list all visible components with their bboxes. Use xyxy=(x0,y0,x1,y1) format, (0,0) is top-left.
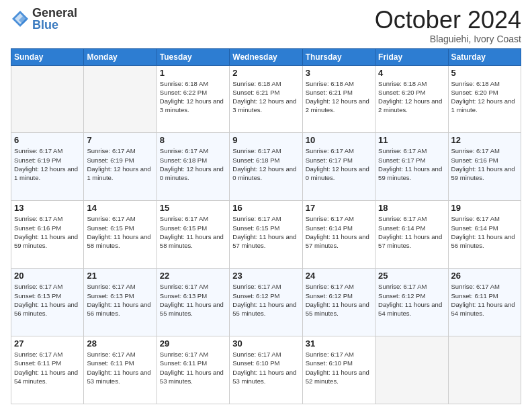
day-number: 27 xyxy=(14,338,81,349)
day-number: 12 xyxy=(451,135,518,145)
day-info: Sunrise: 6:17 AM Sunset: 6:13 PM Dayligh… xyxy=(87,282,153,318)
table-row: 4Sunrise: 6:18 AM Sunset: 6:20 PM Daylig… xyxy=(375,65,448,133)
logo-icon xyxy=(11,9,30,28)
day-number: 11 xyxy=(378,135,445,145)
logo-text: General Blue xyxy=(32,7,77,31)
day-info: Sunrise: 6:17 AM Sunset: 6:11 PM Dayligh… xyxy=(451,282,518,318)
day-number: 18 xyxy=(378,203,445,213)
day-number: 1 xyxy=(160,68,226,78)
day-info: Sunrise: 6:17 AM Sunset: 6:19 PM Dayligh… xyxy=(14,146,81,182)
calendar-week-row: 20Sunrise: 6:17 AM Sunset: 6:13 PM Dayli… xyxy=(11,269,521,336)
day-number: 2 xyxy=(232,68,299,78)
day-number: 31 xyxy=(306,338,372,349)
table-row: 19Sunrise: 6:17 AM Sunset: 6:14 PM Dayli… xyxy=(448,201,521,269)
header-tuesday: Tuesday xyxy=(157,48,229,65)
calendar-table: Sunday Monday Tuesday Wednesday Thursday… xyxy=(11,48,521,404)
day-number: 20 xyxy=(14,271,81,281)
day-info: Sunrise: 6:18 AM Sunset: 6:21 PM Dayligh… xyxy=(232,79,299,115)
day-number: 28 xyxy=(87,338,153,349)
day-info: Sunrise: 6:17 AM Sunset: 6:14 PM Dayligh… xyxy=(378,214,445,250)
day-info: Sunrise: 6:17 AM Sunset: 6:10 PM Dayligh… xyxy=(232,350,299,385)
header-friday: Friday xyxy=(375,48,448,65)
header-saturday: Saturday xyxy=(448,48,521,65)
day-info: Sunrise: 6:17 AM Sunset: 6:14 PM Dayligh… xyxy=(306,214,372,250)
table-row: 23Sunrise: 6:17 AM Sunset: 6:12 PM Dayli… xyxy=(230,269,302,336)
table-row: 30Sunrise: 6:17 AM Sunset: 6:10 PM Dayli… xyxy=(230,336,302,404)
table-row: 3Sunrise: 6:18 AM Sunset: 6:21 PM Daylig… xyxy=(302,65,375,133)
calendar-page: General Blue October 2024 Blaguiehi, Ivo… xyxy=(0,0,532,411)
day-info: Sunrise: 6:17 AM Sunset: 6:17 PM Dayligh… xyxy=(306,146,372,182)
day-info: Sunrise: 6:17 AM Sunset: 6:10 PM Dayligh… xyxy=(306,350,372,385)
table-row xyxy=(84,65,157,133)
day-number: 6 xyxy=(14,135,81,145)
location-subtitle: Blaguiehi, Ivory Coast xyxy=(375,34,521,44)
header-sunday: Sunday xyxy=(11,48,84,65)
day-info: Sunrise: 6:17 AM Sunset: 6:13 PM Dayligh… xyxy=(160,282,226,318)
day-info: Sunrise: 6:17 AM Sunset: 6:11 PM Dayligh… xyxy=(14,350,81,385)
header-wednesday: Wednesday xyxy=(230,48,302,65)
table-row: 17Sunrise: 6:17 AM Sunset: 6:14 PM Dayli… xyxy=(302,201,375,269)
month-title: October 2024 xyxy=(375,7,521,34)
table-row: 8Sunrise: 6:17 AM Sunset: 6:18 PM Daylig… xyxy=(157,133,229,201)
table-row: 25Sunrise: 6:17 AM Sunset: 6:12 PM Dayli… xyxy=(375,269,448,336)
table-row xyxy=(11,65,84,133)
day-number: 15 xyxy=(160,203,226,213)
day-number: 19 xyxy=(451,203,518,213)
day-info: Sunrise: 6:18 AM Sunset: 6:21 PM Dayligh… xyxy=(306,79,372,115)
logo-blue-text: Blue xyxy=(32,19,77,31)
table-row: 5Sunrise: 6:18 AM Sunset: 6:20 PM Daylig… xyxy=(448,65,521,133)
day-number: 4 xyxy=(378,68,445,78)
day-info: Sunrise: 6:17 AM Sunset: 6:15 PM Dayligh… xyxy=(160,214,226,250)
header-monday: Monday xyxy=(84,48,157,65)
logo-general-text: General xyxy=(32,7,77,19)
day-info: Sunrise: 6:17 AM Sunset: 6:15 PM Dayligh… xyxy=(87,214,153,250)
table-row: 7Sunrise: 6:17 AM Sunset: 6:19 PM Daylig… xyxy=(84,133,157,201)
table-row: 6Sunrise: 6:17 AM Sunset: 6:19 PM Daylig… xyxy=(11,133,84,201)
table-row: 28Sunrise: 6:17 AM Sunset: 6:11 PM Dayli… xyxy=(84,336,157,404)
table-row: 12Sunrise: 6:17 AM Sunset: 6:16 PM Dayli… xyxy=(448,133,521,201)
day-number: 26 xyxy=(451,271,518,281)
day-number: 10 xyxy=(306,135,372,145)
table-row: 21Sunrise: 6:17 AM Sunset: 6:13 PM Dayli… xyxy=(84,269,157,336)
day-info: Sunrise: 6:18 AM Sunset: 6:22 PM Dayligh… xyxy=(160,79,226,115)
day-number: 21 xyxy=(87,271,153,281)
calendar-week-row: 6Sunrise: 6:17 AM Sunset: 6:19 PM Daylig… xyxy=(11,133,521,201)
table-row: 16Sunrise: 6:17 AM Sunset: 6:15 PM Dayli… xyxy=(230,201,302,269)
logo: General Blue xyxy=(11,7,77,31)
day-info: Sunrise: 6:17 AM Sunset: 6:17 PM Dayligh… xyxy=(378,146,445,182)
day-info: Sunrise: 6:17 AM Sunset: 6:18 PM Dayligh… xyxy=(232,146,299,182)
day-info: Sunrise: 6:17 AM Sunset: 6:13 PM Dayligh… xyxy=(14,282,81,318)
day-number: 5 xyxy=(451,68,518,78)
day-number: 24 xyxy=(306,271,372,281)
day-number: 8 xyxy=(160,135,226,145)
day-info: Sunrise: 6:17 AM Sunset: 6:12 PM Dayligh… xyxy=(232,282,299,318)
day-number: 25 xyxy=(378,271,445,281)
day-info: Sunrise: 6:17 AM Sunset: 6:12 PM Dayligh… xyxy=(306,282,372,318)
day-info: Sunrise: 6:17 AM Sunset: 6:14 PM Dayligh… xyxy=(451,214,518,250)
calendar-week-row: 27Sunrise: 6:17 AM Sunset: 6:11 PM Dayli… xyxy=(11,336,521,404)
day-info: Sunrise: 6:17 AM Sunset: 6:15 PM Dayligh… xyxy=(232,214,299,250)
day-number: 7 xyxy=(87,135,153,145)
calendar-header-row: Sunday Monday Tuesday Wednesday Thursday… xyxy=(11,48,521,65)
day-number: 9 xyxy=(232,135,299,145)
day-info: Sunrise: 6:17 AM Sunset: 6:11 PM Dayligh… xyxy=(160,350,226,385)
day-number: 22 xyxy=(160,271,226,281)
title-section: October 2024 Blaguiehi, Ivory Coast xyxy=(375,7,521,44)
table-row: 22Sunrise: 6:17 AM Sunset: 6:13 PM Dayli… xyxy=(157,269,229,336)
day-number: 3 xyxy=(306,68,372,78)
day-number: 14 xyxy=(87,203,153,213)
table-row: 31Sunrise: 6:17 AM Sunset: 6:10 PM Dayli… xyxy=(302,336,375,404)
table-row: 27Sunrise: 6:17 AM Sunset: 6:11 PM Dayli… xyxy=(11,336,84,404)
table-row xyxy=(448,336,521,404)
day-number: 16 xyxy=(232,203,299,213)
top-section: General Blue October 2024 Blaguiehi, Ivo… xyxy=(11,7,521,44)
table-row: 9Sunrise: 6:17 AM Sunset: 6:18 PM Daylig… xyxy=(230,133,302,201)
calendar-week-row: 13Sunrise: 6:17 AM Sunset: 6:16 PM Dayli… xyxy=(11,201,521,269)
header-thursday: Thursday xyxy=(302,48,375,65)
day-info: Sunrise: 6:18 AM Sunset: 6:20 PM Dayligh… xyxy=(451,79,518,115)
table-row: 15Sunrise: 6:17 AM Sunset: 6:15 PM Dayli… xyxy=(157,201,229,269)
table-row: 10Sunrise: 6:17 AM Sunset: 6:17 PM Dayli… xyxy=(302,133,375,201)
day-number: 23 xyxy=(232,271,299,281)
table-row: 2Sunrise: 6:18 AM Sunset: 6:21 PM Daylig… xyxy=(230,65,302,133)
table-row: 11Sunrise: 6:17 AM Sunset: 6:17 PM Dayli… xyxy=(375,133,448,201)
